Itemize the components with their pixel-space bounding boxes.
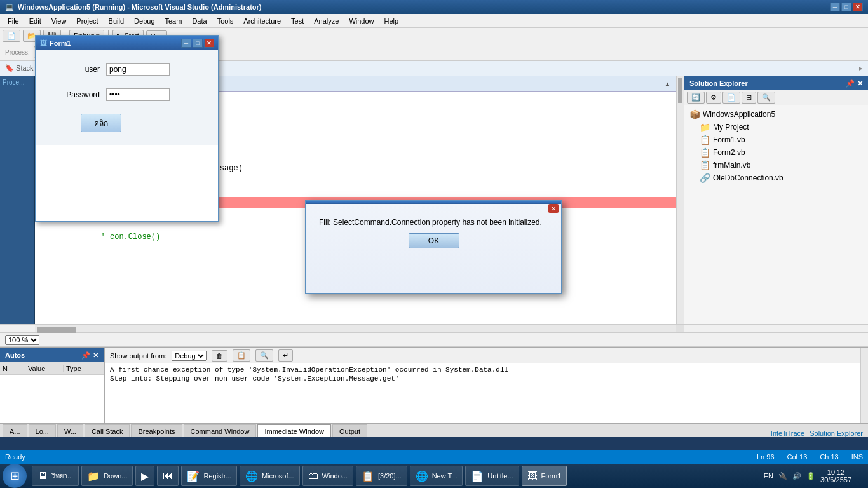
start-icon: ⊞ bbox=[10, 469, 20, 483]
autos-pin-icon[interactable]: 📌 bbox=[81, 351, 90, 360]
tab-watch[interactable]: W... bbox=[57, 424, 83, 437]
taskbar-icon-c: ▶ bbox=[141, 470, 149, 482]
menu-team[interactable]: Team bbox=[160, 16, 187, 26]
network-icon: 🔌 bbox=[778, 472, 787, 480]
zoom-select[interactable]: 100 % bbox=[5, 335, 39, 345]
process-label[interactable]: Proce... bbox=[3, 79, 32, 86]
se-close-icon[interactable]: ✕ bbox=[857, 79, 863, 88]
output-copy-btn[interactable]: 📋 bbox=[233, 349, 250, 362]
taskbar-item-a[interactable]: 🖥 วิทยา... bbox=[32, 466, 79, 486]
status-bar: Ready Ln 96 Col 13 Ch 13 INS bbox=[0, 450, 868, 464]
taskbar-form1-item[interactable]: 🖼 Form1 bbox=[522, 466, 567, 486]
form1-close-btn[interactable]: ✕ bbox=[204, 39, 214, 48]
taskbar-item-f[interactable]: 🌐 Microsof... bbox=[240, 466, 300, 486]
toolbar-new[interactable]: 📄 bbox=[3, 30, 20, 42]
start-button[interactable]: ⊞ bbox=[3, 464, 27, 488]
se-root-item[interactable]: 📦 WindowsApplication5 bbox=[684, 108, 868, 121]
se-find-btn[interactable]: 🔍 bbox=[757, 92, 775, 104]
menu-tools[interactable]: Tools bbox=[212, 16, 239, 26]
lang-indicator: EN bbox=[764, 472, 773, 480]
close-button[interactable]: ✕ bbox=[853, 3, 863, 11]
tab-command[interactable]: Command Window bbox=[184, 424, 257, 437]
se-myproject-label: My Project bbox=[713, 123, 749, 132]
password-input[interactable] bbox=[106, 88, 170, 101]
taskbar: ⊞ 🖥 วิทยา... 📁 Down... ▶ ⏮ 📝 Registr... … bbox=[0, 464, 868, 488]
form1-button-row: คลิก bbox=[55, 114, 199, 132]
taskbar-icon-h: 📋 bbox=[362, 470, 374, 482]
se-properties-btn[interactable]: ⚙ bbox=[706, 92, 721, 104]
tab-breakpoints[interactable]: Breakpoints bbox=[131, 424, 182, 437]
code-hscroll[interactable] bbox=[35, 325, 676, 332]
menu-debug[interactable]: Debug bbox=[129, 16, 159, 26]
se-frmmain-item[interactable]: 📋 frmMain.vb bbox=[684, 159, 868, 172]
se-myproject-item[interactable]: 📁 My Project bbox=[684, 121, 868, 133]
form1-submit-btn[interactable]: คลิก bbox=[81, 114, 121, 132]
se-form1-item[interactable]: 📋 Form1.vb bbox=[684, 133, 868, 146]
error-close-btn[interactable]: ✕ bbox=[548, 204, 559, 213]
tab-locals[interactable]: Lo... bbox=[29, 424, 56, 437]
tab-immediate[interactable]: Immediate Window bbox=[257, 424, 331, 437]
taskbar-item-d[interactable]: ⏮ bbox=[157, 466, 179, 486]
output-find-btn[interactable]: 🔍 bbox=[255, 349, 273, 362]
taskbar-icon-a: 🖥 bbox=[37, 470, 48, 482]
se-solution-icon: 📦 bbox=[689, 109, 700, 119]
taskbar-item-b[interactable]: 📁 Down... bbox=[81, 466, 133, 486]
tab-callstack[interactable]: Call Stack bbox=[85, 424, 130, 437]
show-desktop-btn[interactable] bbox=[857, 466, 860, 486]
se-header: Solution Explorer 📌 ✕ bbox=[684, 76, 868, 90]
se-oledb-item[interactable]: 🔗 OleDbConnection.vb bbox=[684, 172, 868, 184]
code-vscroll[interactable] bbox=[676, 76, 684, 324]
tab-autos[interactable]: A... bbox=[3, 424, 27, 437]
taskbar-item-i[interactable]: 🌐 New T... bbox=[410, 466, 463, 486]
se-show-files-btn[interactable]: 📄 bbox=[722, 92, 740, 104]
user-input[interactable] bbox=[106, 63, 170, 76]
error-ok-btn[interactable]: OK bbox=[409, 233, 459, 248]
menu-build[interactable]: Build bbox=[104, 16, 129, 26]
autos-close-icon[interactable]: ✕ bbox=[93, 351, 98, 360]
se-title: Solution Explorer bbox=[689, 79, 748, 87]
taskbar-item-h[interactable]: 📋 [3/20]... bbox=[356, 466, 407, 486]
menu-analyze[interactable]: Analyze bbox=[309, 16, 344, 26]
output-vscroll[interactable] bbox=[860, 348, 868, 423]
taskbar-label-h: [3/20]... bbox=[378, 472, 402, 480]
menu-bar: File Edit View Project Build Debug Team … bbox=[0, 14, 868, 28]
output-clear-btn[interactable]: 🗑 bbox=[212, 350, 227, 362]
show-from-select[interactable]: Debug bbox=[172, 351, 207, 361]
taskbar-item-c[interactable]: ▶ bbox=[135, 466, 154, 486]
output-toolbar: Show output from: Debug 🗑 📋 🔍 ↵ bbox=[105, 348, 860, 363]
form1-minimize-btn[interactable]: ─ bbox=[181, 39, 191, 48]
se-refresh-btn[interactable]: 🔄 bbox=[687, 92, 705, 104]
maximize-button[interactable]: □ bbox=[841, 3, 851, 11]
autos-header: Autos 📌 ✕ bbox=[0, 348, 104, 362]
taskbar-item-g[interactable]: 🗃 Windo... bbox=[302, 466, 353, 486]
menu-window[interactable]: Window bbox=[344, 16, 379, 26]
menu-test[interactable]: Test bbox=[286, 16, 309, 26]
tab-output[interactable]: Output bbox=[332, 424, 367, 437]
se-form2-item[interactable]: 📋 Form2.vb bbox=[684, 146, 868, 159]
se-vb-file-icon-2: 📋 bbox=[700, 147, 710, 158]
menu-help[interactable]: Help bbox=[379, 16, 404, 26]
menu-file[interactable]: File bbox=[3, 16, 24, 26]
form1-maximize-btn[interactable]: □ bbox=[193, 39, 203, 48]
menu-view[interactable]: View bbox=[46, 16, 72, 26]
status-ch: Ch 13 bbox=[820, 453, 838, 461]
intellitrace-btn[interactable]: IntelliTrace bbox=[771, 430, 804, 437]
se-root-label: WindowsApplication5 bbox=[703, 110, 775, 119]
minimize-button[interactable]: ─ bbox=[830, 3, 840, 11]
output-word-wrap-btn[interactable]: ↵ bbox=[278, 349, 293, 362]
menu-architecture[interactable]: Architecture bbox=[238, 16, 286, 26]
se-collapse-btn[interactable]: ⊟ bbox=[742, 92, 756, 104]
output-panel: Show output from: Debug 🗑 📋 🔍 ↵ A first … bbox=[105, 348, 860, 423]
solution-explorer-btn[interactable]: Solution Explorer bbox=[810, 430, 863, 437]
output-content: A first chance exception of type 'System… bbox=[105, 363, 860, 423]
output-line2: Step into: Stepping over non-user code '… bbox=[110, 375, 855, 383]
collapse-icon[interactable]: ▲ bbox=[664, 80, 671, 88]
password-label: Password bbox=[55, 90, 100, 99]
menu-data[interactable]: Data bbox=[187, 16, 212, 26]
taskbar-item-e[interactable]: 📝 Registr... bbox=[181, 466, 236, 486]
taskbar-item-j[interactable]: 📄 Untitle... bbox=[465, 466, 519, 486]
se-pin-icon[interactable]: 📌 bbox=[846, 79, 855, 88]
menu-project[interactable]: Project bbox=[71, 16, 103, 26]
user-label: user bbox=[55, 65, 100, 74]
menu-edit[interactable]: Edit bbox=[24, 16, 46, 26]
